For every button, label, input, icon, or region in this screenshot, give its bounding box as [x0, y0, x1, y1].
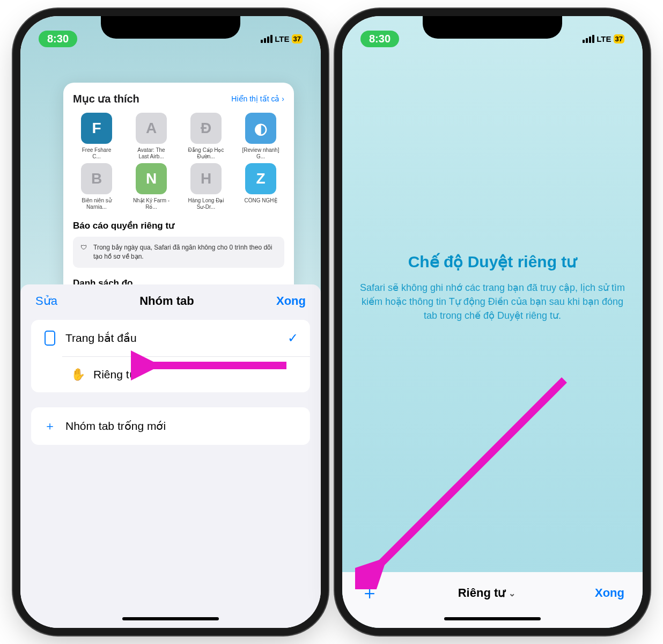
favorites-title: Mục ưa thích	[73, 92, 139, 105]
favorites-show-all[interactable]: Hiển thị tất cả ›	[231, 94, 284, 103]
show-all-label: Hiển thị tất cả	[231, 94, 279, 103]
sheet-done-button[interactable]: Xong	[276, 294, 306, 308]
row-new-group[interactable]: ＋ Nhóm tab trống mới	[31, 407, 310, 445]
favorite-label: [Review nhanh] G...	[241, 147, 280, 160]
signal-icon	[261, 35, 272, 43]
battery-icon: 37	[292, 34, 303, 43]
favorites-grid: F Free Fshare C...A Avatar: The Last Air…	[73, 113, 284, 210]
favorite-label: Avatar: The Last Airb...	[132, 147, 171, 160]
favorite-icon: F	[81, 113, 112, 144]
sheet-group-2: ＋ Nhóm tab trống mới	[31, 407, 310, 445]
sheet-title: Nhóm tab	[139, 294, 194, 308]
favorite-item[interactable]: ◐ [Review nhanh] G...	[237, 113, 284, 160]
notch	[423, 16, 562, 39]
done-button[interactable]: Xong	[595, 586, 624, 600]
privacy-report-box[interactable]: 🛡︎ Trong bảy ngày qua, Safari đã ngăn kh…	[73, 237, 284, 268]
svg-line-2	[377, 380, 564, 568]
favorite-label: Hàng Long Đại Sư-Dr...	[187, 197, 225, 210]
battery-icon: 37	[614, 34, 624, 43]
network-label: LTE	[275, 34, 289, 43]
favorite-label: Đẳng Cấp Học Đườn...	[187, 147, 225, 160]
sheet-edit-button[interactable]: Sửa	[35, 294, 57, 308]
tab-group-sheet: Sửa Nhóm tab Xong Trang bắt đầu ✓ ✋ Riên…	[20, 284, 321, 628]
hand-icon: ✋	[71, 368, 85, 382]
startpage-icon	[43, 331, 57, 346]
network-label: LTE	[596, 34, 611, 43]
private-mode-body: Safari sẽ không ghi nhớ các trang bạn đã…	[358, 281, 627, 323]
svg-rect-0	[45, 331, 55, 345]
row-new-group-label: Nhóm tab trống mới	[65, 420, 166, 433]
favorite-label: CÔNG NGHỆ	[245, 197, 277, 204]
favorite-item[interactable]: H Hàng Long Đại Sư-Dr...	[182, 163, 230, 210]
notch	[101, 16, 240, 39]
plus-icon: ＋	[43, 418, 57, 434]
status-time: 8:30	[360, 31, 399, 47]
favorite-item[interactable]: A Avatar: The Last Airb...	[128, 113, 175, 160]
annotation-arrow-right	[355, 364, 580, 589]
home-indicator[interactable]	[122, 617, 219, 620]
phone-left: 8:30 LTE 37 Mục ưa thích Hiển thị tất cả…	[20, 16, 321, 628]
favorites-card: Mục ưa thích Hiển thị tất cả › F Free Fs…	[63, 83, 294, 295]
favorite-item[interactable]: F Free Fshare C...	[73, 113, 120, 160]
shield-icon: 🛡︎	[80, 243, 87, 252]
privacy-report-title: Báo cáo quyền riêng tư	[73, 220, 284, 231]
status-right: LTE 37	[583, 34, 624, 43]
private-mode-hero: Chế độ Duyệt riêng tư Safari sẽ không gh…	[358, 252, 627, 323]
favorite-icon: H	[190, 163, 222, 194]
row-start-label: Trang bắt đầu	[65, 332, 137, 345]
check-icon: ✓	[288, 331, 298, 346]
favorite-icon: N	[136, 163, 167, 194]
status-time: 8:30	[39, 31, 77, 47]
favorite-label: Free Fshare C...	[77, 147, 116, 160]
home-indicator[interactable]	[444, 617, 541, 620]
favorite-icon: B	[81, 163, 112, 194]
privacy-report-body: Trong bảy ngày qua, Safari đã ngăn không…	[93, 243, 277, 261]
status-right: LTE 37	[261, 34, 303, 43]
favorite-icon: Đ	[190, 113, 222, 144]
favorite-item[interactable]: Z CÔNG NGHỆ	[237, 163, 284, 210]
chevron-down-icon: ⌄	[509, 588, 515, 598]
favorite-label: Biên niên sử Narnia...	[77, 197, 116, 210]
signal-icon	[583, 35, 594, 43]
favorite-icon: Z	[245, 163, 276, 194]
favorite-item[interactable]: N Nhật Ký Farm - Rồ...	[128, 163, 175, 210]
favorite-icon: A	[136, 113, 167, 144]
phone-right: 8:30 LTE 37 Chế độ Duyệt riêng tư Safari…	[342, 16, 643, 628]
favorite-label: Nhật Ký Farm - Rồ...	[132, 197, 171, 210]
row-private-label: Riêng tư	[93, 368, 136, 381]
favorite-item[interactable]: B Biên niên sử Narnia...	[73, 163, 120, 210]
annotation-arrow-left	[131, 347, 292, 384]
favorite-item[interactable]: Đ Đẳng Cấp Học Đườn...	[182, 113, 230, 160]
private-mode-title: Chế độ Duyệt riêng tư	[358, 252, 627, 271]
favorite-icon: ◐	[245, 113, 276, 144]
